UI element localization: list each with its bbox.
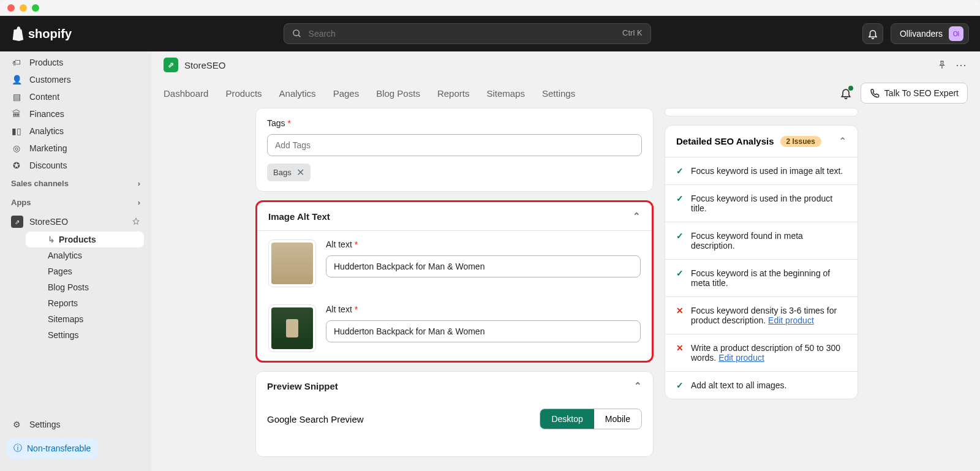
- preview-header[interactable]: Preview Snippet ⌃: [256, 372, 653, 400]
- remove-tag-icon[interactable]: ✕: [296, 167, 304, 178]
- analysis-item: ✕Focus keyword density is 3-6 times for …: [665, 296, 858, 334]
- analysis-item: ✓Focus keyword is at the beginning of me…: [665, 259, 858, 296]
- topbar-right: Ollivanders Ol: [862, 23, 969, 44]
- analysis-item: ✓Add alt text to all images.: [665, 371, 858, 399]
- product-thumb: [268, 304, 316, 352]
- check-icon: ✓: [676, 194, 684, 213]
- maximize-window-icon[interactable]: [32, 4, 39, 12]
- tab-reports[interactable]: Reports: [437, 88, 470, 99]
- seo-analysis-card: Detailed SEO Analysis 2 Issues ⌃ ✓Focus …: [665, 125, 858, 399]
- top-card-placeholder: [665, 108, 858, 116]
- cross-icon: ✕: [676, 343, 684, 363]
- shopify-logo[interactable]: shopify: [11, 26, 72, 41]
- sidebar-settings[interactable]: ⚙Settings: [0, 416, 151, 433]
- user-name: Ollivanders: [900, 29, 943, 39]
- tag-icon: 🏷: [11, 58, 22, 67]
- storeseo-logo-icon: ⇗: [164, 58, 178, 72]
- sidebar-app-storeseo[interactable]: ⇗ StoreSEO: [0, 212, 151, 232]
- sidebar-item-products[interactable]: 🏷Products: [0, 54, 151, 71]
- tag-chip: Bags ✕: [267, 164, 311, 181]
- phone-icon: [870, 88, 880, 98]
- cross-icon: ✕: [676, 306, 684, 325]
- more-icon[interactable]: ⋯: [956, 58, 968, 72]
- sidebar-item-customers[interactable]: 👤Customers: [0, 71, 151, 88]
- alt-label-2: Alt text *: [326, 304, 641, 314]
- tags-input[interactable]: [267, 134, 642, 156]
- svg-point-0: [293, 30, 299, 36]
- talk-to-expert-button[interactable]: Talk To SEO Expert: [861, 83, 968, 104]
- tab-sitemaps[interactable]: Sitemaps: [486, 88, 525, 99]
- svg-line-1: [298, 35, 300, 37]
- app-sub-settings[interactable]: Settings: [18, 327, 151, 343]
- app-tabs: Dashboard Products Analytics Pages Blog …: [151, 78, 980, 108]
- analysis-item: ✓Focus keyword found in meta description…: [665, 222, 858, 259]
- close-window-icon[interactable]: [7, 4, 15, 12]
- gear-icon: ⚙: [11, 420, 22, 429]
- app-notifications[interactable]: [840, 87, 852, 99]
- tags-card: Tags * Bags ✕: [255, 108, 654, 192]
- analysis-item: ✕Write a product description of 50 to 30…: [665, 334, 858, 371]
- page-title: StoreSEO: [184, 60, 226, 70]
- bell-icon: [867, 28, 878, 39]
- sidebar-item-analytics[interactable]: ▮▯Analytics: [0, 122, 151, 140]
- alt-label-1: Alt text *: [326, 239, 641, 249]
- issues-badge: 2 Issues: [780, 136, 821, 147]
- person-icon: 👤: [11, 75, 22, 85]
- non-transferable-badge: ⓘ Non-transferable: [6, 438, 98, 459]
- alt-text-input-1[interactable]: [326, 255, 641, 277]
- app-header: ⇗ StoreSEO ⋯: [151, 51, 980, 78]
- alt-text-input-2[interactable]: [326, 320, 641, 342]
- app-sub-sitemaps[interactable]: Sitemaps: [18, 311, 151, 327]
- image-alt-text-card: Image Alt Text ⌃ Alt text * Alt text: [255, 200, 654, 363]
- analysis-header[interactable]: Detailed SEO Analysis 2 Issues ⌃: [665, 126, 858, 157]
- sales-channels-heading[interactable]: Sales channels ›: [0, 174, 151, 193]
- pin-icon[interactable]: [132, 217, 140, 226]
- tab-settings[interactable]: Settings: [542, 88, 575, 99]
- preview-snippet-card: Preview Snippet ⌃ Google Search Preview …: [255, 371, 654, 457]
- search-icon: [292, 29, 302, 39]
- sidebar-item-marketing[interactable]: ◎Marketing: [0, 140, 151, 157]
- preview-desktop-option[interactable]: Desktop: [540, 409, 594, 429]
- tags-label: Tags *: [267, 118, 642, 128]
- search-input[interactable]: [284, 23, 651, 44]
- edit-product-link[interactable]: Edit product: [718, 353, 764, 363]
- pin-icon[interactable]: [937, 60, 947, 70]
- app-sub-analytics[interactable]: Analytics: [18, 247, 151, 263]
- bank-icon: 🏛: [11, 109, 22, 119]
- notification-dot-icon: [848, 86, 853, 91]
- sidebar: 🏷Products 👤Customers ▤Content 🏛Finances …: [0, 51, 151, 471]
- shopify-bag-icon: [11, 26, 24, 41]
- app-sub-reports[interactable]: Reports: [18, 295, 151, 311]
- edit-product-link[interactable]: Edit product: [768, 315, 814, 325]
- tab-pages[interactable]: Pages: [333, 88, 360, 99]
- tab-blogposts[interactable]: Blog Posts: [376, 88, 420, 99]
- check-icon: ✓: [676, 268, 684, 288]
- alt-row-1: Alt text *: [257, 231, 652, 296]
- app-sub-blogposts[interactable]: Blog Posts: [18, 279, 151, 295]
- discount-icon: ✪: [11, 160, 22, 170]
- sidebar-item-discounts[interactable]: ✪Discounts: [0, 157, 151, 174]
- user-menu[interactable]: Ollivanders Ol: [891, 23, 969, 44]
- app-sub-products[interactable]: ↳Products: [26, 232, 144, 247]
- top-bar: shopify Ctrl K Ollivanders Ol: [0, 16, 980, 51]
- preview-toggle: Desktop Mobile: [540, 409, 642, 429]
- image-alt-header[interactable]: Image Alt Text ⌃: [257, 202, 652, 231]
- chevron-up-icon: ⌃: [633, 211, 641, 222]
- preview-mobile-option[interactable]: Mobile: [594, 409, 641, 429]
- search-shortcut: Ctrl K: [622, 28, 643, 37]
- tab-analytics[interactable]: Analytics: [279, 88, 316, 99]
- apps-heading[interactable]: Apps ›: [0, 193, 151, 212]
- sidebar-item-finances[interactable]: 🏛Finances: [0, 105, 151, 122]
- notifications-button[interactable]: [862, 23, 883, 44]
- sidebar-item-content[interactable]: ▤Content: [0, 88, 151, 105]
- tab-dashboard[interactable]: Dashboard: [164, 88, 208, 99]
- target-icon: ◎: [11, 143, 22, 153]
- app-sub-pages[interactable]: Pages: [18, 263, 151, 279]
- check-icon: ✓: [676, 231, 684, 251]
- tab-products[interactable]: Products: [225, 88, 262, 99]
- google-preview-label: Google Search Preview: [267, 414, 364, 424]
- chevron-up-icon: ⌃: [634, 380, 642, 391]
- app-icon: ⇗: [11, 216, 23, 228]
- minimize-window-icon[interactable]: [20, 4, 27, 12]
- search-wrap: Ctrl K: [284, 23, 651, 44]
